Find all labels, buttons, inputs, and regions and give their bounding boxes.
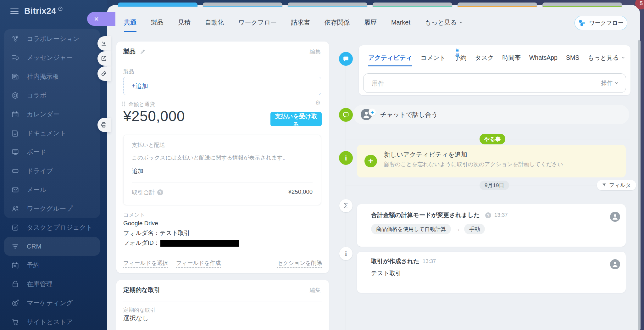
comment-line: Google Drive bbox=[123, 218, 239, 228]
delete-section-link[interactable]: セクションを削除 bbox=[277, 259, 322, 268]
plan-activity-description: 顧客のことを忘れないように取引の次のアクションを計画してください bbox=[384, 160, 563, 168]
tab-見積[interactable]: 見積 bbox=[178, 18, 191, 32]
entry-time: 13:37 bbox=[494, 212, 508, 218]
author-avatar[interactable] bbox=[610, 212, 620, 222]
sidebar-item-label: ボード bbox=[27, 148, 46, 156]
tab-もっと見る[interactable]: もっと見る bbox=[588, 53, 625, 66]
sidebar-item-社内掲示板[interactable]: 社内掲示板 bbox=[4, 67, 100, 86]
date-separator: 9月19日 bbox=[480, 181, 509, 190]
discuss-in-chat-row[interactable]: + チャットで話し合う bbox=[353, 105, 629, 124]
tab-label: SMS bbox=[566, 54, 579, 61]
news-icon bbox=[10, 72, 20, 81]
sidebar-item-ワークグループ[interactable]: ワークグループ bbox=[4, 199, 100, 218]
comment-content: Google Drive フォルダ名：テスト取引 フォルダID： bbox=[123, 218, 239, 248]
tab-製品[interactable]: 製品 bbox=[151, 18, 164, 32]
menu-toggle-icon[interactable] bbox=[10, 7, 19, 16]
copy-link-button[interactable] bbox=[97, 66, 111, 81]
redacted-folder-id bbox=[160, 240, 239, 247]
help-icon[interactable]: ? bbox=[485, 212, 491, 218]
sidebar-item-ボード[interactable]: ボード bbox=[4, 143, 100, 161]
todo-badge[interactable]: やる事 bbox=[480, 134, 505, 144]
drive-icon bbox=[10, 166, 20, 175]
add-activity-icon[interactable]: + bbox=[364, 155, 377, 167]
chevron-down-icon bbox=[621, 55, 625, 60]
help-icon[interactable]: ? bbox=[157, 189, 163, 195]
main-tabs: 共通製品見積自動化ワークフロー請求書依存関係履歴Marketもっと見る bbox=[124, 18, 464, 32]
sidebar-item-タスクとプロジェクト[interactable]: タスクとプロジェクト bbox=[4, 218, 100, 237]
edit-link[interactable]: 編集 bbox=[310, 48, 321, 55]
subject-input[interactable]: 用件 操作 bbox=[363, 73, 626, 93]
tab-自動化[interactable]: 自動化 bbox=[205, 18, 224, 32]
sidebar-item-CRM[interactable]: CRM bbox=[4, 237, 100, 256]
stage-bar-upcoming[interactable] bbox=[542, 3, 622, 7]
add-participant-icon[interactable]: + bbox=[369, 109, 376, 116]
sidebar-item-コラボ[interactable]: コラボ bbox=[4, 86, 100, 105]
tab-ワークフロー[interactable]: ワークフロー bbox=[238, 18, 277, 32]
stage-bar-active[interactable] bbox=[118, 3, 197, 7]
tab-WhatsApp[interactable]: WhatsApp bbox=[529, 53, 558, 66]
add-product-button[interactable]: +追加 bbox=[123, 77, 321, 95]
tab-請求書[interactable]: 請求書 bbox=[291, 18, 310, 32]
tab-予約[interactable]: 予約新規 bbox=[454, 53, 467, 66]
tab-アクティビティ[interactable]: アクティビティ bbox=[368, 53, 412, 66]
tab-label: Market bbox=[391, 19, 410, 26]
tab-label: 見積 bbox=[178, 18, 191, 27]
slide-in-icon bbox=[100, 40, 107, 47]
sidebar-item-カレンダー[interactable]: カレンダー bbox=[4, 105, 100, 124]
create-field-link[interactable]: フィールドを作成 bbox=[176, 259, 221, 268]
slide-minimize-button[interactable] bbox=[97, 36, 111, 51]
close-button[interactable]: × bbox=[87, 12, 115, 26]
comment-line: フォルダID： bbox=[123, 238, 239, 248]
workflow-button[interactable]: ワークフロー bbox=[575, 16, 627, 30]
sidebar-item-ドキュメント[interactable]: ドキュメント bbox=[4, 124, 100, 143]
tab-label: 時間帯 bbox=[502, 53, 521, 62]
sidebar-item-予約[interactable]: 予約 bbox=[4, 256, 100, 275]
tab-時間帯[interactable]: 時間帯 bbox=[502, 53, 521, 66]
timeline-entry-deal-created[interactable]: 取引が作成された 13:37 テスト取引 bbox=[357, 252, 626, 293]
change-from-pill: 商品価格を使用して自動計算 bbox=[371, 224, 451, 234]
plan-activity-banner[interactable]: + 新しいアクティビティを追加 顧客のことを忘れないように取引の次のアクションを… bbox=[357, 145, 626, 177]
app-logo[interactable]: Bitrix24 bbox=[24, 6, 56, 16]
stage-bar-upcoming[interactable] bbox=[373, 3, 452, 7]
tab-依存関係[interactable]: 依存関係 bbox=[325, 18, 350, 32]
sidebar-item-メッセンジャー[interactable]: メッセンジャー bbox=[4, 48, 100, 67]
entry-time: 13:37 bbox=[423, 258, 436, 265]
receive-payment-button[interactable]: 支払いを受け取る bbox=[270, 112, 322, 126]
sidebar-item-label: メッセンジャー bbox=[27, 53, 73, 62]
tab-Market[interactable]: Market bbox=[391, 18, 410, 32]
tab-コメント[interactable]: コメント bbox=[421, 53, 446, 66]
drag-handle-icon[interactable] bbox=[122, 101, 125, 107]
open-in-new-button[interactable] bbox=[97, 51, 111, 66]
filter-button[interactable]: フィルタ bbox=[597, 180, 636, 190]
tab-共通[interactable]: 共通 bbox=[124, 18, 136, 32]
sidebar-item-コラボレーション[interactable]: コラボレーション bbox=[4, 29, 100, 48]
tab-履歴[interactable]: 履歴 bbox=[364, 18, 377, 32]
pencil-icon[interactable] bbox=[140, 49, 146, 54]
sidebar-item-label: サイトとストア bbox=[27, 317, 73, 326]
author-avatar[interactable] bbox=[610, 259, 620, 269]
tab-タスク[interactable]: タスク bbox=[475, 53, 494, 66]
sidebar-item-在庫管理[interactable]: 在庫管理 bbox=[4, 275, 100, 294]
sidebar-item-ドライブ[interactable]: ドライブ bbox=[4, 161, 100, 180]
plan-activity-title: 新しいアクティビティを追加 bbox=[384, 150, 467, 159]
vertical-scrollbar[interactable] bbox=[638, 40, 641, 330]
sidebar-item-マーケティング[interactable]: マーケティング bbox=[4, 294, 100, 312]
tab-label: 請求書 bbox=[291, 18, 310, 27]
comment-line: フォルダ名：テスト取引 bbox=[123, 228, 239, 238]
entry-body: テスト取引 bbox=[371, 269, 401, 277]
tab-SMS[interactable]: SMS bbox=[566, 53, 579, 66]
sidebar-item-メール[interactable]: メール bbox=[4, 180, 100, 199]
print-button[interactable] bbox=[97, 118, 111, 132]
gear-icon[interactable]: ⚙ bbox=[315, 99, 321, 106]
stage-bar-upcoming[interactable] bbox=[288, 3, 367, 7]
edit-link[interactable]: 編集 bbox=[310, 286, 321, 294]
timeline-entry-calc-mode[interactable]: 合計金額の計算モードが変更されました ? 13:37 商品価格を使用して自動計算… bbox=[357, 204, 626, 247]
tab-もっと見る[interactable]: もっと見る bbox=[425, 18, 464, 32]
add-link[interactable]: 追加 bbox=[132, 167, 143, 175]
actions-dropdown[interactable]: 操作 bbox=[601, 79, 619, 87]
sidebar-item-サイトとストア[interactable]: サイトとストア bbox=[4, 312, 100, 330]
select-field-link[interactable]: フィールドを選択 bbox=[123, 259, 168, 268]
stage-bar-upcoming[interactable] bbox=[203, 3, 282, 7]
recurring-field-value[interactable]: 選択なし bbox=[123, 314, 149, 322]
stage-bar-upcoming[interactable] bbox=[458, 3, 537, 7]
